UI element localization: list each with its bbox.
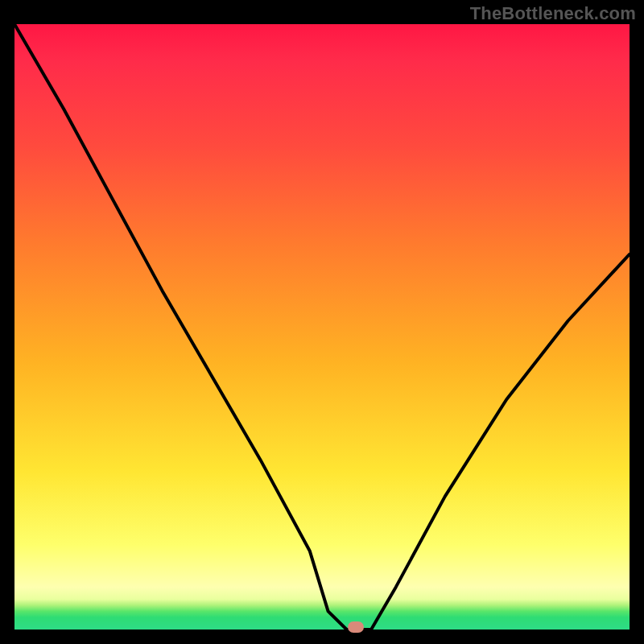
chart-frame: TheBottleneck.com <box>0 0 644 644</box>
optimal-marker <box>348 621 364 633</box>
bottleneck-curve <box>14 24 630 630</box>
plot-area <box>14 24 630 630</box>
attribution-text: TheBottleneck.com <box>470 3 636 24</box>
